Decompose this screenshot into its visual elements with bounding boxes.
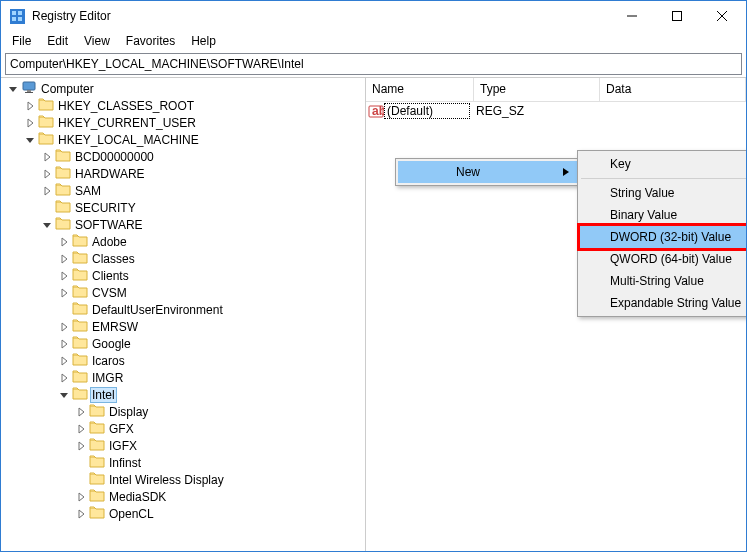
tree-item[interactable]: Classes xyxy=(1,250,365,267)
column-type[interactable]: Type xyxy=(474,78,600,101)
chevron-right-icon[interactable] xyxy=(73,438,89,454)
tree-item-label: HKEY_CLASSES_ROOT xyxy=(56,99,196,113)
tree-item[interactable]: IGFX xyxy=(1,437,365,454)
context-item-expandablestring-value[interactable]: Expandable String Value xyxy=(580,292,747,314)
tree-item[interactable]: HARDWARE xyxy=(1,165,365,182)
context-item-qword-value[interactable]: QWORD (64-bit) Value xyxy=(580,248,747,270)
chevron-down-icon[interactable] xyxy=(56,387,72,403)
svg-text:ab: ab xyxy=(372,104,384,118)
folder-icon xyxy=(55,199,73,216)
tree-item[interactable]: Icaros xyxy=(1,352,365,369)
context-menu-new[interactable]: New xyxy=(398,161,577,183)
maximize-button[interactable] xyxy=(654,2,699,30)
address-bar[interactable]: Computer\HKEY_LOCAL_MACHINE\SOFTWARE\Int… xyxy=(5,53,742,75)
chevron-right-icon[interactable] xyxy=(73,404,89,420)
tree-item-label: DefaultUserEnvironment xyxy=(90,303,225,317)
spacer xyxy=(56,302,72,318)
folder-icon xyxy=(55,148,73,165)
chevron-right-icon[interactable] xyxy=(56,370,72,386)
folder-icon xyxy=(38,114,56,131)
chevron-right-icon[interactable] xyxy=(39,149,55,165)
tree-item-label: GFX xyxy=(107,422,136,436)
context-item-multistring-value[interactable]: Multi-String Value xyxy=(580,270,747,292)
tree-item[interactable]: Intel Wireless Display xyxy=(1,471,365,488)
context-item-key[interactable]: Key xyxy=(580,153,747,175)
folder-icon xyxy=(72,335,90,352)
menu-file[interactable]: File xyxy=(5,32,38,50)
tree-item-label: Classes xyxy=(90,252,137,266)
tree-item[interactable]: Computer xyxy=(1,80,365,97)
tree-item[interactable]: DefaultUserEnvironment xyxy=(1,301,365,318)
folder-icon xyxy=(89,420,107,437)
tree-item[interactable]: SOFTWARE xyxy=(1,216,365,233)
tree-item-label: Infinst xyxy=(107,456,143,470)
chevron-down-icon[interactable] xyxy=(22,132,38,148)
tree-item[interactable]: IMGR xyxy=(1,369,365,386)
tree-item[interactable]: OpenCL xyxy=(1,505,365,522)
svg-rect-1 xyxy=(12,11,16,15)
svg-rect-9 xyxy=(23,82,35,90)
folder-icon xyxy=(55,182,73,199)
tree-item[interactable]: MediaSDK xyxy=(1,488,365,505)
chevron-right-icon[interactable] xyxy=(22,115,38,131)
context-item-binary-value[interactable]: Binary Value xyxy=(580,204,747,226)
chevron-right-icon[interactable] xyxy=(39,183,55,199)
tree-item[interactable]: SAM xyxy=(1,182,365,199)
list-pane[interactable]: Name Type Data ab (Default) REG_SZ New K… xyxy=(366,78,746,551)
tree-item[interactable]: GFX xyxy=(1,420,365,437)
menu-edit[interactable]: Edit xyxy=(40,32,75,50)
chevron-right-icon[interactable] xyxy=(73,489,89,505)
folder-icon xyxy=(72,250,90,267)
tree-item-label: BCD00000000 xyxy=(73,150,156,164)
chevron-right-icon xyxy=(563,165,569,179)
tree-item-label: IMGR xyxy=(90,371,125,385)
chevron-down-icon[interactable] xyxy=(39,217,55,233)
folder-icon xyxy=(38,97,56,114)
menu-view[interactable]: View xyxy=(77,32,117,50)
chevron-right-icon[interactable] xyxy=(56,285,72,301)
column-data[interactable]: Data xyxy=(600,78,746,101)
tree-item[interactable]: Display xyxy=(1,403,365,420)
list-row[interactable]: ab (Default) REG_SZ xyxy=(366,102,746,120)
tree-item[interactable]: SECURITY xyxy=(1,199,365,216)
chevron-right-icon[interactable] xyxy=(56,353,72,369)
chevron-right-icon[interactable] xyxy=(22,98,38,114)
tree-item[interactable]: HKEY_CURRENT_USER xyxy=(1,114,365,131)
list-header: Name Type Data xyxy=(366,78,746,102)
chevron-right-icon[interactable] xyxy=(56,336,72,352)
tree-item[interactable]: Adobe xyxy=(1,233,365,250)
tree-item-label: SOFTWARE xyxy=(73,218,145,232)
chevron-right-icon[interactable] xyxy=(56,319,72,335)
folder-icon xyxy=(55,165,73,182)
tree-item[interactable]: EMRSW xyxy=(1,318,365,335)
tree-item[interactable]: CVSM xyxy=(1,284,365,301)
folder-icon xyxy=(72,233,90,250)
tree-item[interactable]: Infinst xyxy=(1,454,365,471)
tree-item-label: HKEY_CURRENT_USER xyxy=(56,116,198,130)
column-name[interactable]: Name xyxy=(366,78,474,101)
tree-item[interactable]: HKEY_LOCAL_MACHINE xyxy=(1,131,365,148)
chevron-right-icon[interactable] xyxy=(73,506,89,522)
tree-item[interactable]: Google xyxy=(1,335,365,352)
chevron-down-icon[interactable] xyxy=(5,81,21,97)
chevron-right-icon[interactable] xyxy=(56,268,72,284)
close-button[interactable] xyxy=(699,2,744,30)
menu-help[interactable]: Help xyxy=(184,32,223,50)
tree-pane[interactable]: ComputerHKEY_CLASSES_ROOTHKEY_CURRENT_US… xyxy=(1,78,366,551)
tree-item[interactable]: Clients xyxy=(1,267,365,284)
tree-item[interactable]: HKEY_CLASSES_ROOT xyxy=(1,97,365,114)
chevron-right-icon[interactable] xyxy=(73,421,89,437)
minimize-button[interactable] xyxy=(609,2,654,30)
menu-favorites[interactable]: Favorites xyxy=(119,32,182,50)
folder-icon xyxy=(89,403,107,420)
tree-item[interactable]: Intel xyxy=(1,386,365,403)
chevron-right-icon[interactable] xyxy=(56,234,72,250)
svg-rect-2 xyxy=(18,11,22,15)
tree-item-label: EMRSW xyxy=(90,320,140,334)
tree-item[interactable]: BCD00000000 xyxy=(1,148,365,165)
computer-icon xyxy=(21,80,39,97)
chevron-right-icon[interactable] xyxy=(39,166,55,182)
context-item-dword-value[interactable]: DWORD (32-bit) Value xyxy=(580,226,747,248)
context-item-string-value[interactable]: String Value xyxy=(580,182,747,204)
chevron-right-icon[interactable] xyxy=(56,251,72,267)
